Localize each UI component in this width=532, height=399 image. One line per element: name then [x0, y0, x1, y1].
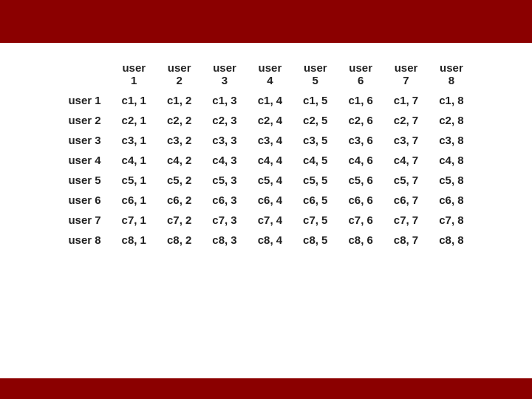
slide: user1user2user3user4user5user6user7user8…: [0, 0, 532, 399]
cell-8-7: c8, 7: [383, 230, 429, 250]
footer-bar: [0, 378, 532, 399]
cell-7-1: c7, 1: [112, 210, 157, 230]
cell-6-5: c6, 5: [293, 190, 338, 210]
cell-5-1: c5, 1: [112, 170, 157, 190]
column-header-row: user1user2user3user4user5user6user7user8: [58, 58, 474, 90]
cell-3-8: c3, 8: [429, 130, 474, 150]
cell-5-5: c5, 5: [293, 170, 338, 190]
cell-4-2: c4, 2: [157, 150, 202, 170]
cell-1-7: c1, 7: [383, 90, 429, 110]
cell-6-6: c6, 6: [338, 190, 383, 210]
table-row: user 1c1, 1c1, 2c1, 3c1, 4c1, 5c1, 6c1, …: [58, 90, 474, 110]
col-header-3: user3: [202, 58, 247, 90]
cell-4-3: c4, 3: [202, 150, 247, 170]
cell-6-3: c6, 3: [202, 190, 247, 210]
cell-8-4: c8, 4: [248, 230, 293, 250]
cell-3-4: c3, 4: [248, 130, 293, 150]
cell-4-7: c4, 7: [383, 150, 429, 170]
cell-1-5: c1, 5: [293, 90, 338, 110]
empty-header: [58, 58, 111, 90]
cell-2-6: c2, 6: [338, 110, 383, 130]
table-row: user 3c3, 1c3, 2c3, 3c3, 4c3, 5c3, 6c3, …: [58, 130, 474, 150]
cell-2-1: c2, 1: [112, 110, 157, 130]
cell-1-3: c1, 3: [202, 90, 247, 110]
cell-5-6: c5, 6: [338, 170, 383, 190]
cell-4-8: c4, 8: [429, 150, 474, 170]
cell-3-1: c3, 1: [112, 130, 157, 150]
user-matrix-table: user1user2user3user4user5user6user7user8…: [58, 58, 474, 250]
cell-7-6: c7, 6: [338, 210, 383, 230]
row-label-1: user 1: [58, 90, 111, 110]
content-area: user1user2user3user4user5user6user7user8…: [0, 43, 532, 378]
cell-7-4: c7, 4: [248, 210, 293, 230]
cell-3-5: c3, 5: [293, 130, 338, 150]
cell-4-5: c4, 5: [293, 150, 338, 170]
cell-3-7: c3, 7: [383, 130, 429, 150]
cell-7-5: c7, 5: [293, 210, 338, 230]
cell-1-1: c1, 1: [112, 90, 157, 110]
col-header-8: user8: [429, 58, 474, 90]
cell-4-6: c4, 6: [338, 150, 383, 170]
table-row: user 7c7, 1c7, 2c7, 3c7, 4c7, 5c7, 6c7, …: [58, 210, 474, 230]
cell-8-1: c8, 1: [112, 230, 157, 250]
col-header-6: user6: [338, 58, 383, 90]
cell-1-6: c1, 6: [338, 90, 383, 110]
cell-6-4: c6, 4: [248, 190, 293, 210]
row-label-3: user 3: [58, 130, 111, 150]
cell-2-4: c2, 4: [248, 110, 293, 130]
cell-1-8: c1, 8: [429, 90, 474, 110]
cell-2-8: c2, 8: [429, 110, 474, 130]
col-header-7: user7: [383, 58, 429, 90]
cell-8-5: c8, 5: [293, 230, 338, 250]
header-bar: [0, 0, 532, 43]
cell-7-2: c7, 2: [157, 210, 202, 230]
cell-8-6: c8, 6: [338, 230, 383, 250]
cell-1-2: c1, 2: [157, 90, 202, 110]
cell-1-4: c1, 4: [248, 90, 293, 110]
cell-8-8: c8, 8: [429, 230, 474, 250]
cell-5-4: c5, 4: [248, 170, 293, 190]
cell-5-2: c5, 2: [157, 170, 202, 190]
cell-2-5: c2, 5: [293, 110, 338, 130]
cell-8-2: c8, 2: [157, 230, 202, 250]
table-row: user 5c5, 1c5, 2c5, 3c5, 4c5, 5c5, 6c5, …: [58, 170, 474, 190]
table-row: user 2c2, 1c2, 2c2, 3c2, 4c2, 5c2, 6c2, …: [58, 110, 474, 130]
cell-7-3: c7, 3: [202, 210, 247, 230]
col-header-4: user4: [248, 58, 293, 90]
cell-6-8: c6, 8: [429, 190, 474, 210]
table-row: user 4c4, 1c4, 2c4, 3c4, 4c4, 5c4, 6c4, …: [58, 150, 474, 170]
cell-2-3: c2, 3: [202, 110, 247, 130]
cell-3-2: c3, 2: [157, 130, 202, 150]
cell-8-3: c8, 3: [202, 230, 247, 250]
row-label-7: user 7: [58, 210, 111, 230]
row-label-6: user 6: [58, 190, 111, 210]
cell-6-1: c6, 1: [112, 190, 157, 210]
row-label-4: user 4: [58, 150, 111, 170]
cell-5-7: c5, 7: [383, 170, 429, 190]
cell-4-4: c4, 4: [248, 150, 293, 170]
row-label-8: user 8: [58, 230, 111, 250]
cell-3-3: c3, 3: [202, 130, 247, 150]
cell-7-8: c7, 8: [429, 210, 474, 230]
table-row: user 8c8, 1c8, 2c8, 3c8, 4c8, 5c8, 6c8, …: [58, 230, 474, 250]
row-label-2: user 2: [58, 110, 111, 130]
cell-3-6: c3, 6: [338, 130, 383, 150]
col-header-2: user2: [157, 58, 202, 90]
cell-4-1: c4, 1: [112, 150, 157, 170]
table-row: user 6c6, 1c6, 2c6, 3c6, 4c6, 5c6, 6c6, …: [58, 190, 474, 210]
col-header-5: user5: [293, 58, 338, 90]
cell-6-7: c6, 7: [383, 190, 429, 210]
cell-7-7: c7, 7: [383, 210, 429, 230]
cell-2-2: c2, 2: [157, 110, 202, 130]
cell-5-8: c5, 8: [429, 170, 474, 190]
row-label-5: user 5: [58, 170, 111, 190]
col-header-1: user1: [112, 58, 157, 90]
cell-5-3: c5, 3: [202, 170, 247, 190]
cell-2-7: c2, 7: [383, 110, 429, 130]
cell-6-2: c6, 2: [157, 190, 202, 210]
